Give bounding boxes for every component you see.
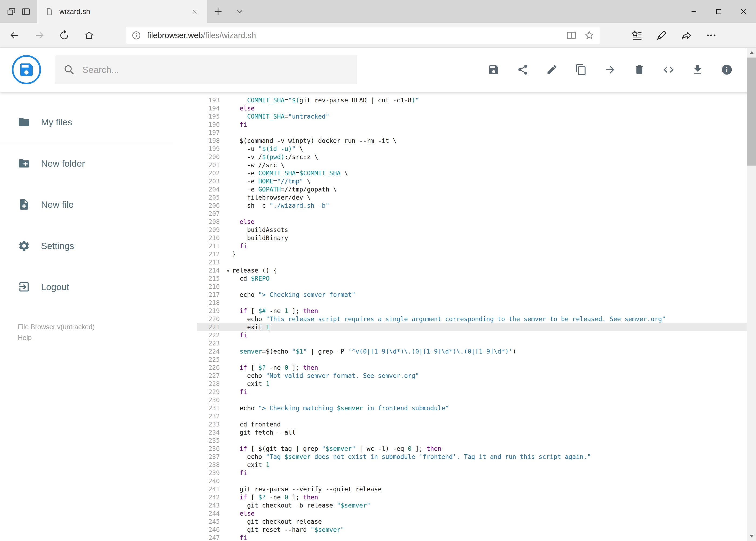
fold-arrow-icon[interactable]: ▾ bbox=[224, 267, 232, 275]
forward-button[interactable] bbox=[27, 23, 52, 48]
code-line-209[interactable]: 209 buildAssets bbox=[197, 226, 756, 234]
scroll-down-arrow[interactable] bbox=[747, 531, 756, 541]
code-line-213[interactable]: 213 bbox=[197, 258, 756, 266]
code-line-238[interactable]: 238 exit 1 bbox=[197, 461, 756, 469]
share-page-icon[interactable] bbox=[674, 23, 699, 48]
code-line-224[interactable]: 224 semver=$(echo "$1" | grep -P '^v(0|[… bbox=[197, 347, 756, 355]
site-info-icon[interactable] bbox=[131, 31, 141, 40]
code-line-198[interactable]: 198 $(command -v winpty) docker run --rm… bbox=[197, 137, 756, 145]
code-line-199[interactable]: 199 -u "$(id -u)" \ bbox=[197, 145, 756, 153]
code-line-244[interactable]: 244 else bbox=[197, 509, 756, 517]
code-line-234[interactable]: 234 git fetch --all bbox=[197, 428, 756, 436]
sidebar-item-new-file[interactable]: New file bbox=[0, 184, 197, 225]
scroll-up-arrow[interactable] bbox=[747, 48, 756, 58]
code-line-200[interactable]: 200 -v /$(pwd):/src:z \ bbox=[197, 153, 756, 161]
save-button[interactable] bbox=[488, 64, 500, 76]
code-line-211[interactable]: 211 fi bbox=[197, 242, 756, 250]
code-line-208[interactable]: 208 else bbox=[197, 218, 756, 226]
code-line-221[interactable]: 221 exit 1 bbox=[197, 323, 756, 331]
code-line-202[interactable]: 202 -e COMMIT_SHA=$COMMIT_SHA \ bbox=[197, 169, 756, 177]
delete-button[interactable] bbox=[633, 64, 645, 76]
code-line-193[interactable]: 193 COMMIT_SHA="$(git rev-parse HEAD | c… bbox=[197, 96, 756, 104]
raw-view-button[interactable] bbox=[662, 64, 674, 76]
home-button[interactable] bbox=[77, 23, 102, 48]
code-line-240[interactable]: 240 bbox=[197, 477, 756, 485]
code-line-201[interactable]: 201 -w //src \ bbox=[197, 161, 756, 169]
favorite-star-icon[interactable] bbox=[584, 30, 595, 41]
code-line-196[interactable]: 196 fi bbox=[197, 121, 756, 129]
move-button[interactable] bbox=[604, 64, 616, 76]
code-line-207[interactable]: 207 bbox=[197, 210, 756, 218]
code-line-194[interactable]: 194 else bbox=[197, 104, 756, 112]
info-button[interactable] bbox=[721, 64, 733, 76]
code-line-206[interactable]: 206 sh -c "./wizard.sh -b" bbox=[197, 202, 756, 210]
tab-close-icon[interactable] bbox=[189, 6, 200, 17]
scrollbar-thumb[interactable] bbox=[747, 58, 756, 166]
tab-preview-icon[interactable] bbox=[21, 7, 31, 16]
code-line-227[interactable]: 227 echo "Not valid semver format. See s… bbox=[197, 372, 756, 380]
code-line-217[interactable]: 217 echo "> Checking semver format" bbox=[197, 290, 756, 299]
sidebar-item-new-folder[interactable]: New folder bbox=[0, 143, 197, 184]
code-line-195[interactable]: 195 COMMIT_SHA="untracked" bbox=[197, 112, 756, 121]
code-line-236[interactable]: 236 if [ $(git tag | grep "$semver" | wc… bbox=[197, 445, 756, 453]
new-tab-button[interactable] bbox=[207, 0, 229, 23]
share-button[interactable] bbox=[517, 64, 529, 76]
code-line-223[interactable]: 223 bbox=[197, 339, 756, 347]
code-line-215[interactable]: 215 cd $REPO bbox=[197, 274, 756, 282]
code-line-243[interactable]: 243 git checkout -b release "$semver" bbox=[197, 501, 756, 509]
code-line-219[interactable]: 219 if [ $# -ne 1 ]; then bbox=[197, 307, 756, 315]
address-bar[interactable]: filebrowser.web/files/wizard.sh bbox=[126, 27, 600, 44]
sidebar-item-settings[interactable]: Settings bbox=[0, 225, 197, 266]
code-editor[interactable]: 193 COMMIT_SHA="$(git rev-parse HEAD | c… bbox=[197, 92, 756, 541]
back-button[interactable] bbox=[2, 23, 27, 48]
more-options-icon[interactable] bbox=[699, 23, 724, 48]
refresh-button[interactable] bbox=[52, 23, 77, 48]
browser-tab-active[interactable]: wizard.sh bbox=[37, 0, 207, 23]
code-line-204[interactable]: 204 -e GOPATH=//tmp/gopath \ bbox=[197, 185, 756, 194]
code-line-205[interactable]: 205 filebrowser/dev \ bbox=[197, 194, 756, 202]
code-line-214[interactable]: 214▾release () { bbox=[197, 266, 756, 274]
code-line-225[interactable]: 225 bbox=[197, 355, 756, 363]
code-line-235[interactable]: 235 bbox=[197, 436, 756, 445]
search-input[interactable] bbox=[82, 65, 357, 75]
code-line-241[interactable]: 241 git rev-parse --verify --quiet relea… bbox=[197, 485, 756, 493]
code-line-242[interactable]: 242 if [ $? -ne 0 ]; then bbox=[197, 493, 756, 501]
edit-button[interactable] bbox=[546, 64, 558, 76]
code-line-247[interactable]: 247 fi bbox=[197, 534, 756, 541]
code-line-237[interactable]: 237 echo "Tag $semver does not exist in … bbox=[197, 453, 756, 461]
close-window-button[interactable] bbox=[731, 0, 756, 23]
code-line-197[interactable]: 197 bbox=[197, 129, 756, 137]
code-line-203[interactable]: 203 -e HOME="//tmp" \ bbox=[197, 177, 756, 185]
code-line-212[interactable]: 212} bbox=[197, 250, 756, 258]
hub-favorites-icon[interactable] bbox=[624, 23, 649, 48]
code-line-230[interactable]: 230 bbox=[197, 396, 756, 404]
code-line-246[interactable]: 246 git reset --hard "$semver" bbox=[197, 526, 756, 534]
code-line-220[interactable]: 220 echo "This release script requires a… bbox=[197, 315, 756, 323]
page-scrollbar[interactable] bbox=[747, 48, 756, 541]
sidebar-item-my-files[interactable]: My files bbox=[0, 102, 197, 143]
code-line-245[interactable]: 245 git checkout release bbox=[197, 517, 756, 526]
help-link[interactable]: Help bbox=[18, 332, 197, 343]
code-line-210[interactable]: 210 buildBinary bbox=[197, 234, 756, 242]
code-line-226[interactable]: 226 if [ $? -ne 0 ]; then bbox=[197, 363, 756, 372]
code-line-216[interactable]: 216 bbox=[197, 282, 756, 290]
code-line-218[interactable]: 218 bbox=[197, 299, 756, 307]
set-tabs-aside-icon[interactable] bbox=[6, 7, 16, 16]
code-line-232[interactable]: 232 bbox=[197, 412, 756, 420]
download-button[interactable] bbox=[692, 64, 704, 76]
filebrowser-logo[interactable] bbox=[12, 55, 41, 84]
code-line-229[interactable]: 229 fi bbox=[197, 388, 756, 396]
sidebar-item-logout[interactable]: Logout bbox=[0, 266, 197, 307]
code-line-231[interactable]: 231 echo "> Checking matching $semver in… bbox=[197, 404, 756, 412]
code-line-233[interactable]: 233 cd frontend bbox=[197, 420, 756, 428]
code-line-228[interactable]: 228 exit 1 bbox=[197, 380, 756, 388]
code-line-239[interactable]: 239 fi bbox=[197, 469, 756, 477]
minimize-button[interactable] bbox=[681, 0, 706, 23]
tab-preview-chevron-icon[interactable] bbox=[229, 0, 250, 23]
copy-button[interactable] bbox=[575, 64, 587, 76]
maximize-button[interactable] bbox=[706, 0, 731, 23]
reading-view-icon[interactable] bbox=[566, 30, 577, 41]
web-note-pen-icon[interactable] bbox=[649, 23, 674, 48]
code-line-222[interactable]: 222 fi bbox=[197, 331, 756, 339]
search-box[interactable] bbox=[55, 55, 357, 84]
